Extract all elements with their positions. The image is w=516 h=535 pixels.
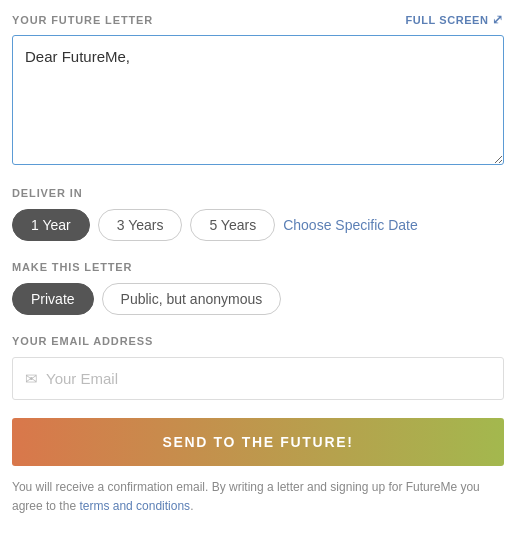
deliver-3years-pill[interactable]: 3 Years: [98, 209, 183, 241]
privacy-label: MAKE THIS LETTER: [12, 261, 504, 273]
terms-after-text: .: [190, 499, 193, 513]
send-button[interactable]: SEND TO THE FUTURE!: [12, 418, 504, 466]
deliver-label: DELIVER IN: [12, 187, 504, 199]
email-label: YOUR EMAIL ADDRESS: [12, 335, 504, 347]
deliver-5years-pill[interactable]: 5 Years: [190, 209, 275, 241]
privacy-section: MAKE THIS LETTER Private Public, but ano…: [12, 261, 504, 315]
deliver-1year-pill[interactable]: 1 Year: [12, 209, 90, 241]
email-input[interactable]: [46, 358, 491, 399]
email-input-wrapper: ✉: [12, 357, 504, 400]
deliver-section: DELIVER IN 1 Year 3 Years 5 Years Choose…: [12, 187, 504, 241]
expand-icon: ⤢: [492, 12, 504, 27]
terms-link[interactable]: terms and conditions: [79, 499, 190, 513]
header-row: YOUR FUTURE LETTER FULL SCREEN ⤢: [12, 12, 504, 27]
choose-specific-date-button[interactable]: Choose Specific Date: [283, 217, 418, 233]
privacy-options-row: Private Public, but anonymous: [12, 283, 504, 315]
terms-text: You will receive a confirmation email. B…: [12, 478, 504, 516]
public-pill[interactable]: Public, but anonymous: [102, 283, 282, 315]
letter-section-label: YOUR FUTURE LETTER: [12, 14, 153, 26]
email-icon: ✉: [25, 370, 38, 388]
letter-textarea[interactable]: Dear FutureMe,: [12, 35, 504, 165]
deliver-options-row: 1 Year 3 Years 5 Years Choose Specific D…: [12, 209, 504, 241]
email-section: YOUR EMAIL ADDRESS ✉: [12, 335, 504, 400]
private-pill[interactable]: Private: [12, 283, 94, 315]
full-screen-label: FULL SCREEN: [406, 14, 489, 26]
full-screen-button[interactable]: FULL SCREEN ⤢: [406, 12, 504, 27]
main-container: YOUR FUTURE LETTER FULL SCREEN ⤢ Dear Fu…: [0, 0, 516, 528]
